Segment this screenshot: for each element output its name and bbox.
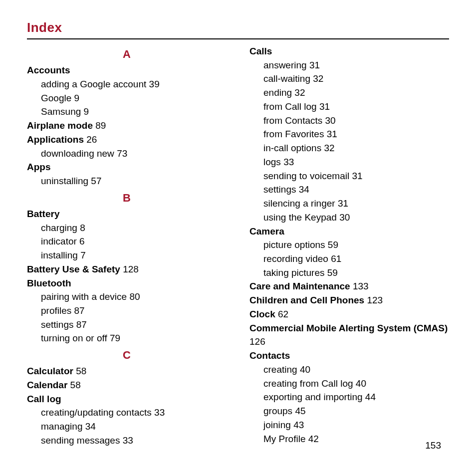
index-entry-head: Airplane mode 89 <box>27 119 227 133</box>
index-term: Children and Cell Phones <box>249 295 364 305</box>
index-page-ref[interactable]: 6 <box>79 236 85 246</box>
index-page-ref[interactable]: 89 <box>95 120 106 131</box>
index-entry-head: Accounts <box>27 63 227 77</box>
index-page-ref[interactable]: 42 <box>308 434 319 444</box>
index-page-ref[interactable]: 40 <box>300 364 310 375</box>
index-subterm: in-call options <box>263 143 321 153</box>
index-page-ref[interactable]: 33 <box>123 435 133 446</box>
index-subterm: indicator <box>41 236 77 246</box>
index-subentry: Google 9 <box>27 91 227 105</box>
index-subentry: managing 34 <box>27 420 227 434</box>
index-entry-head: Battery <box>27 207 227 221</box>
index-subentry: creating 40 <box>249 363 449 377</box>
index-page-ref[interactable]: 57 <box>91 176 101 186</box>
index-page-ref[interactable]: 34 <box>85 421 96 432</box>
index-page-ref[interactable]: 30 <box>339 212 350 223</box>
index-subentry: indicator 6 <box>27 235 227 248</box>
index-subentry: ending 32 <box>249 86 449 100</box>
index-page-ref[interactable]: 9 <box>74 93 80 103</box>
index-page-ref[interactable]: 31 <box>319 101 330 112</box>
index-page-ref[interactable]: 61 <box>331 253 341 264</box>
index-page-ref[interactable]: 44 <box>365 392 376 402</box>
index-subterm: installing <box>41 250 78 260</box>
index-subentry: Samsung 9 <box>27 105 227 119</box>
index-page-ref[interactable]: 32 <box>324 143 334 153</box>
index-term: Contacts <box>249 350 290 361</box>
index-page-ref[interactable]: 32 <box>294 87 305 98</box>
index-subentry: from Contacts 30 <box>249 114 449 128</box>
index-term: Call log <box>27 394 61 404</box>
section-letter: A <box>27 46 227 62</box>
page-title: Index <box>27 20 449 35</box>
index-page-ref-line: 126 <box>249 335 449 349</box>
index-page-ref[interactable]: 31 <box>309 60 320 70</box>
index-page-ref[interactable]: 59 <box>328 239 338 250</box>
index-page-ref[interactable]: 123 <box>367 295 383 305</box>
index-subterm: settings <box>41 319 73 330</box>
index-page-ref[interactable]: 31 <box>327 129 337 139</box>
index-page-ref[interactable]: 58 <box>70 380 81 390</box>
index-page-ref[interactable]: 73 <box>117 148 127 159</box>
index-subterm: logs <box>263 157 281 167</box>
index-entry-head: Bluetooth <box>27 276 227 290</box>
index-page-ref[interactable]: 87 <box>74 305 85 316</box>
index-page-ref[interactable]: 33 <box>283 157 294 167</box>
index-subterm: picture options <box>263 239 325 250</box>
index-page-ref[interactable]: 32 <box>313 73 323 84</box>
index-page-ref[interactable]: 62 <box>278 309 288 319</box>
page-number: 153 <box>425 440 441 451</box>
index-page-ref[interactable]: 80 <box>129 291 140 302</box>
index-page-ref[interactable]: 39 <box>149 79 160 89</box>
index-subterm: sending messages <box>41 435 120 446</box>
index-subterm: answering <box>263 60 307 70</box>
index-subterm: turning on or off <box>41 333 107 343</box>
index-subterm: profiles <box>41 305 71 316</box>
index-page-ref[interactable]: 33 <box>154 407 165 418</box>
index-page-ref[interactable]: 9 <box>84 106 89 117</box>
index-page-ref[interactable]: 31 <box>352 171 362 181</box>
index-term: Applications <box>27 134 84 145</box>
index-page-ref[interactable]: 43 <box>293 420 304 430</box>
index-page-ref[interactable]: 128 <box>123 264 139 274</box>
index-subentry: sending messages 33 <box>27 434 227 448</box>
index-term: Accounts <box>27 65 70 75</box>
index-subterm: taking pictures <box>263 267 325 278</box>
index-subentry: recording video 61 <box>249 252 449 266</box>
title-rule <box>27 38 449 39</box>
index-page-ref[interactable]: 26 <box>86 134 97 145</box>
index-subentry: exporting and importing 44 <box>249 390 449 404</box>
index-columns: AAccountsadding a Google account 39Googl… <box>27 44 449 448</box>
index-subterm: uninstalling <box>41 176 88 186</box>
index-term: Camera <box>249 226 284 237</box>
index-page-ref[interactable]: 87 <box>76 319 87 330</box>
index-page-ref[interactable]: 126 <box>249 336 265 347</box>
index-page-ref[interactable]: 8 <box>80 223 85 233</box>
index-subentry: settings 34 <box>249 183 449 197</box>
index-page-ref[interactable]: 31 <box>338 198 348 209</box>
index-subentry: creating/updating contacts 33 <box>27 406 227 420</box>
index-page-ref[interactable]: 40 <box>356 378 366 389</box>
index-subterm: sending to voicemail <box>263 171 349 181</box>
index-page-ref[interactable]: 30 <box>325 115 336 126</box>
index-subterm: recording video <box>263 253 328 264</box>
index-term: Calculator <box>27 366 73 376</box>
index-column-left: AAccountsadding a Google account 39Googl… <box>27 44 227 448</box>
index-subentry: sending to voicemail 31 <box>249 169 449 183</box>
index-term: Calendar <box>27 380 67 390</box>
index-page-ref[interactable]: 79 <box>110 333 120 343</box>
index-page-ref[interactable]: 133 <box>353 281 369 291</box>
index-page-ref[interactable]: 59 <box>327 267 338 278</box>
index-subentry: downloading new 73 <box>27 147 227 161</box>
index-page-ref[interactable]: 34 <box>299 184 309 195</box>
index-subentry: creating from Call log 40 <box>249 377 449 391</box>
index-subterm: call-waiting <box>263 73 310 84</box>
index-subterm: pairing with a device <box>41 291 127 302</box>
index-page-ref[interactable]: 45 <box>295 406 305 416</box>
index-term: Apps <box>27 162 51 172</box>
index-page-ref[interactable]: 58 <box>76 366 86 376</box>
index-subterm: My Profile <box>263 434 305 444</box>
index-subentry: turning on or off 79 <box>27 331 227 345</box>
index-subterm: creating from Call log <box>263 378 353 389</box>
index-subterm: from Favorites <box>263 129 324 139</box>
index-page-ref[interactable]: 7 <box>80 250 86 260</box>
